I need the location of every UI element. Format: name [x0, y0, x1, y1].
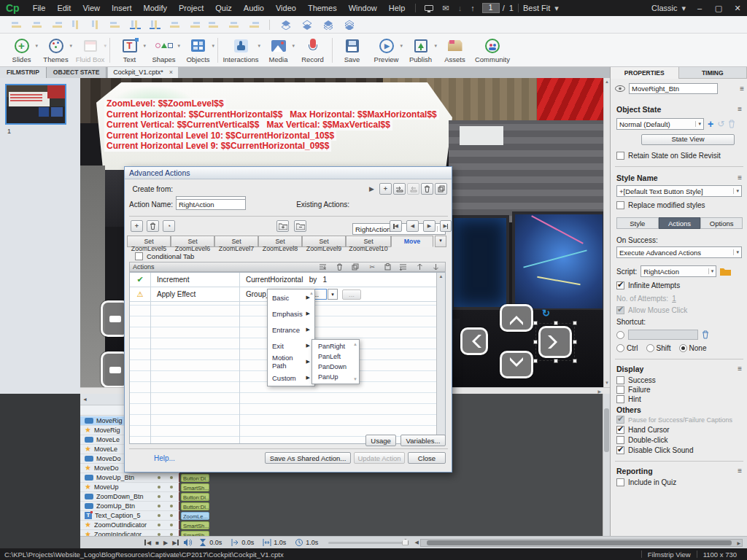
document-tab[interactable]: Cockpit_V1.cptx* × [108, 67, 178, 78]
go-to-end-button[interactable]: ▶ [172, 540, 179, 546]
document-close-icon[interactable]: × [169, 69, 173, 78]
menu-item-motion-path[interactable]: Motion Path▶ [268, 354, 314, 370]
import-action-icon[interactable] [393, 183, 406, 195]
bring-forward-icon[interactable] [323, 20, 334, 30]
visibility-eye-icon[interactable] [615, 85, 625, 92]
new-action-icon[interactable]: + [379, 183, 392, 195]
timeline-zoom-slider[interactable] [328, 542, 409, 544]
slider-left-icon[interactable]: ◀ [414, 540, 418, 545]
align-slide-bottom-icon[interactable] [248, 20, 259, 29]
include-in-quiz-checkbox[interactable] [616, 478, 624, 486]
align-slide-center-icon[interactable] [228, 20, 239, 29]
timeline-object-bar[interactable]: SmartSh... [181, 521, 209, 529]
align-middle-icon[interactable] [90, 20, 101, 29]
insert-row-icon[interactable] [319, 263, 327, 272]
select-effect-caret[interactable]: ▾ [328, 289, 338, 300]
menu-quiz[interactable]: Quiz [209, 4, 238, 12]
timeline-object-bar[interactable]: Button:Di... [181, 474, 209, 482]
object-state-menu-icon[interactable]: ≡ [738, 105, 741, 113]
success-checkbox[interactable] [616, 376, 624, 384]
action-tab-overflow[interactable]: ▾ [435, 236, 446, 247]
menu-view[interactable]: View [77, 4, 106, 12]
add-state-icon[interactable]: + [708, 118, 713, 130]
timeline-object-bar[interactable]: SmartSh... [181, 483, 209, 491]
submenu-panright[interactable]: PanRight [312, 341, 359, 351]
align-top-icon[interactable] [71, 20, 82, 29]
submenu-pandown[interactable]: PanDown [312, 362, 359, 372]
panel-menu-icon[interactable]: ≡ [740, 85, 743, 93]
disable-click-sound-checkbox[interactable] [616, 446, 624, 454]
group-icon[interactable] [276, 220, 289, 232]
tab-timing[interactable]: TIMING [679, 67, 747, 79]
mute-button[interactable] [183, 538, 192, 547]
go-to-start-button[interactable]: ◀ [144, 540, 151, 546]
menu-item-entrance[interactable]: Entrance▶ [268, 322, 314, 338]
preview-button[interactable]: ▶▾ Preview [369, 37, 403, 63]
style-select[interactable]: +[Default Text Button Style]▾ [616, 185, 742, 197]
none-radio[interactable] [679, 344, 687, 352]
object-name-input[interactable]: MoveRight_Btn [629, 83, 718, 94]
menu-themes[interactable]: Themes [302, 4, 343, 12]
move-row-up-icon[interactable] [417, 263, 423, 272]
layer-row[interactable]: ★ZoomOutIndicator [80, 521, 179, 530]
subtab-actions[interactable]: Actions [659, 217, 701, 229]
close-button[interactable]: ✕ [728, 4, 747, 13]
menu-file[interactable]: File [27, 4, 52, 12]
assets-button[interactable]: Assets [438, 37, 472, 63]
move-right-selection[interactable]: ↻ [535, 323, 575, 361]
state-view-button[interactable]: State View [641, 134, 735, 145]
preview-action-icon[interactable]: ▶ [365, 183, 378, 195]
save-as-shared-button[interactable]: Save As Shared Action... [265, 452, 351, 464]
community-button[interactable]: Community [472, 37, 513, 63]
ungroup-icon[interactable] [294, 220, 306, 232]
action-tab-move[interactable]: Move [391, 236, 433, 247]
delete-action-icon[interactable] [421, 183, 433, 195]
shift-radio[interactable] [646, 344, 654, 352]
submenu-panup[interactable]: PanUp [312, 372, 359, 382]
subtab-options[interactable]: Options [700, 217, 743, 229]
align-bottom-icon[interactable] [110, 20, 121, 29]
tab-properties[interactable]: PROPERTIES [611, 67, 679, 79]
menu-item-basic[interactable]: Basic▶ [268, 289, 314, 306]
menu-item-emphasis[interactable]: Emphasis▶ [268, 306, 314, 322]
themes-button[interactable]: ▾ Themes [39, 37, 73, 63]
submenu-panleft[interactable]: PanLeft [312, 351, 359, 362]
tab-filmstrip[interactable]: FILMSTRIP [0, 67, 47, 78]
layer-row[interactable]: ZoomUp_Btn [80, 502, 179, 511]
add-row-icon[interactable]: + [131, 220, 143, 232]
timeline-object-bar[interactable]: Button:Di... [181, 493, 209, 501]
objects-button[interactable]: ▾ Objects [181, 37, 215, 63]
failure-checkbox[interactable] [616, 386, 624, 394]
action-tab-zoomlevel7[interactable]: Set ZoomLevel7 [214, 236, 258, 247]
replace-styles-checkbox[interactable] [616, 201, 624, 209]
layer-row[interactable]: MoveUp_Btn [80, 473, 179, 483]
action-detail-cell[interactable]: CurrentHorizontal by 1 [239, 273, 327, 287]
double-click-checkbox[interactable] [616, 436, 624, 444]
shapes-button[interactable]: ▾ Shapes [147, 37, 181, 63]
align-left-icon[interactable] [12, 20, 23, 29]
variable-caption-block[interactable]: ZoomLevel: $$ZoomLevel$$ Current Horizon… [104, 98, 439, 152]
interactions-button[interactable]: ▾ Interactions [220, 37, 261, 63]
state-select[interactable]: Normal (Default)▾ [616, 118, 704, 130]
menu-modify[interactable]: Modify [138, 4, 173, 12]
action-type-cell[interactable]: Apply Effect [150, 287, 239, 301]
slide-number-input[interactable]: 1 [482, 3, 500, 13]
help-link[interactable]: Help... [154, 454, 175, 462]
action-name-input[interactable]: RightAction [176, 199, 246, 210]
media-button[interactable]: ▾ Media [261, 37, 295, 63]
menu-audio[interactable]: Audio [238, 4, 270, 12]
rotate-handle-icon[interactable]: ↻ [542, 308, 550, 319]
move-left-button[interactable] [460, 327, 488, 355]
zoom-select[interactable]: Best Fit [523, 4, 550, 12]
publish-button[interactable]: ▾ Publish [403, 37, 438, 63]
action-tab-zoomlevel10[interactable]: Set ZoomLevel10 [346, 236, 391, 247]
subtab-style[interactable]: Style [616, 217, 659, 229]
action-row-increment[interactable]: ✔ Increment CurrentHorizontal by 1 [130, 273, 437, 287]
action-tab-zoomlevel9[interactable]: Set ZoomLevel9 [302, 236, 346, 247]
envelope-icon[interactable]: ✉ [442, 4, 449, 13]
menu-insert[interactable]: Insert [106, 4, 138, 12]
on-success-select[interactable]: Execute Advanced Actions▾ [616, 246, 742, 258]
layer-row[interactable]: ZoomDown_Btn [80, 492, 179, 502]
clear-shortcut-icon[interactable] [702, 330, 709, 339]
timeline-object-bar[interactable]: Button:Di... [181, 502, 209, 510]
